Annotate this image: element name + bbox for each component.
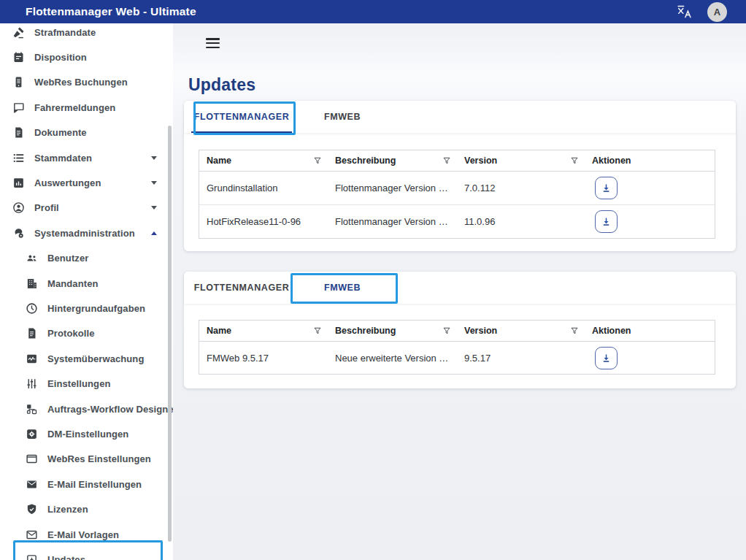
sidebar-item-einstellungen[interactable]: Einstellungen bbox=[0, 371, 173, 396]
calendar-icon bbox=[12, 51, 25, 64]
fmweb-updates-card: FLOTTENMANAGER FMWEB Name Beschreibung V… bbox=[184, 272, 736, 388]
sidebar-item-dm-einstellungen[interactable]: DM-Einstellungen bbox=[0, 421, 173, 446]
sidebar-item-label: Hintergrundaufgaben bbox=[47, 303, 145, 314]
people-icon bbox=[26, 252, 38, 264]
tab-fmweb[interactable]: FMWEB bbox=[292, 101, 393, 133]
chevron-down-icon bbox=[151, 206, 157, 210]
clock-icon bbox=[26, 302, 38, 315]
workflow-icon bbox=[26, 403, 38, 415]
sidebar-item-label: E-Mail Einstellungen bbox=[47, 479, 142, 490]
sidebar-item-label: Protokolle bbox=[47, 328, 95, 339]
chat-icon bbox=[12, 101, 25, 114]
column-header-name: Name bbox=[207, 156, 231, 166]
window-icon bbox=[26, 453, 38, 465]
column-header-beschreibung: Beschreibung bbox=[335, 326, 396, 336]
sidebar-item-label: Updates bbox=[47, 554, 85, 560]
sidebar-item-email-einstellungen[interactable]: E-Mail Einstellungen bbox=[0, 472, 173, 496]
sidebar-item-disposition[interactable]: Disposition bbox=[0, 45, 173, 69]
table-header: Name Beschreibung Version Aktionen bbox=[199, 321, 715, 342]
table-row: Grundinstallation Flottenmanager Version… bbox=[199, 172, 715, 204]
chevron-down-icon bbox=[151, 181, 157, 185]
cell-name: Grundinstallation bbox=[199, 183, 328, 193]
sidebar-item-fahrermeldungen[interactable]: Fahrermeldungen bbox=[0, 95, 173, 120]
download-box-icon bbox=[26, 553, 38, 560]
column-header-version: Version bbox=[464, 326, 497, 336]
sidebar-item-webres-buchungen[interactable]: WebRes Buchungen bbox=[0, 70, 173, 95]
sidebar-item-label: Mandanten bbox=[47, 278, 99, 289]
mail-filled-icon bbox=[26, 478, 38, 491]
sidebar-item-benutzer[interactable]: Benutzer bbox=[0, 246, 173, 271]
tune-icon bbox=[26, 377, 38, 390]
translate-icon[interactable] bbox=[677, 4, 693, 20]
sidebar-item-label: Lizenzen bbox=[47, 504, 88, 515]
column-header-aktionen: Aktionen bbox=[592, 326, 631, 336]
gear-square-icon bbox=[26, 428, 38, 440]
chevron-up-icon bbox=[151, 231, 157, 235]
sidebar-item-lizenzen[interactable]: Lizenzen bbox=[0, 496, 173, 521]
sidebar-item-label: Disposition bbox=[34, 52, 87, 63]
download-button[interactable] bbox=[595, 177, 618, 199]
building-icon bbox=[26, 277, 38, 290]
cell-beschreibung: Flottenmanager Version 7-00... bbox=[328, 183, 457, 193]
sidebar-item-label: Strafmandate bbox=[34, 27, 96, 38]
app-title: Flottenmanager Web - Ultimate bbox=[26, 5, 196, 18]
cell-version: 7.0.112 bbox=[457, 183, 585, 193]
admin-icon bbox=[12, 227, 25, 239]
chevron-down-icon bbox=[151, 156, 157, 160]
filter-icon[interactable] bbox=[570, 156, 579, 165]
document-icon bbox=[12, 126, 25, 139]
sidebar-item-profil[interactable]: Profil bbox=[0, 196, 173, 220]
filter-icon[interactable] bbox=[570, 326, 579, 335]
filter-icon[interactable] bbox=[442, 326, 451, 335]
cell-version: 9.5.17 bbox=[457, 353, 585, 364]
sidebar-item-label: Dokumente bbox=[34, 127, 87, 138]
download-button[interactable] bbox=[595, 210, 618, 233]
gavel-icon bbox=[12, 26, 25, 39]
cell-name: HotFixRelease11-0-96 bbox=[199, 216, 328, 227]
filter-icon[interactable] bbox=[313, 156, 322, 165]
sidebar-item-strafmandate[interactable]: Strafmandate bbox=[0, 23, 173, 45]
sidebar-scrollbar[interactable] bbox=[168, 126, 172, 542]
sidebar-item-label: Systemadministration bbox=[34, 228, 135, 239]
table-row: FMWeb 9.5.17 Neue erweiterte Version 9.5… bbox=[199, 342, 715, 374]
sidebar-item-auftrags-workflow-designer[interactable]: Auftrags-Workflow Designer bbox=[0, 396, 173, 421]
sidebar-item-webres-einstellungen[interactable]: WebRes Einstellungen bbox=[0, 447, 173, 472]
sidebar: Strafmandate Disposition WebRes Buchunge… bbox=[0, 23, 173, 560]
tab-flottenmanager[interactable]: FLOTTENMANAGER bbox=[191, 272, 292, 304]
topbar: Flottenmanager Web - Ultimate A bbox=[0, 0, 746, 23]
tab-fmweb[interactable]: FMWEB bbox=[292, 272, 393, 304]
tab-flottenmanager[interactable]: FLOTTENMANAGER bbox=[191, 101, 292, 133]
sidebar-item-mandanten[interactable]: Mandanten bbox=[0, 271, 173, 296]
flottenmanager-updates-card: FLOTTENMANAGER FMWEB Name Beschreibung V… bbox=[184, 101, 736, 251]
main-content: Updates FLOTTENMANAGER FMWEB Name Beschr… bbox=[173, 23, 746, 560]
sidebar-item-email-vorlagen[interactable]: E-Mail Vorlagen bbox=[0, 522, 173, 547]
sidebar-item-auswertungen[interactable]: Auswertungen bbox=[0, 170, 173, 195]
filter-icon[interactable] bbox=[442, 156, 451, 165]
sidebar-item-dokumente[interactable]: Dokumente bbox=[0, 120, 173, 145]
menu-toggle-button[interactable] bbox=[206, 38, 220, 50]
tab-bar: FLOTTENMANAGER FMWEB bbox=[184, 101, 736, 133]
sidebar-item-hintergrundaufgaben[interactable]: Hintergrundaufgaben bbox=[0, 296, 173, 321]
tab-bar: FLOTTENMANAGER FMWEB bbox=[184, 272, 736, 304]
active-tab-indicator bbox=[191, 131, 292, 134]
download-button[interactable] bbox=[595, 347, 618, 369]
sidebar-item-label: Fahrermeldungen bbox=[34, 102, 115, 113]
document-icon bbox=[26, 327, 38, 340]
sidebar-item-label: DM-Einstellungen bbox=[47, 429, 128, 440]
person-icon bbox=[12, 202, 25, 214]
updates-table: Name Beschreibung Version Aktionen FMWeb… bbox=[199, 320, 715, 375]
sidebar-item-label: E-Mail Vorlagen bbox=[47, 529, 119, 540]
shield-check-icon bbox=[26, 503, 38, 515]
sidebar-item-systemueberwachung[interactable]: Systemüberwachung bbox=[0, 346, 173, 371]
column-header-beschreibung: Beschreibung bbox=[335, 156, 396, 166]
sidebar-item-systemadministration[interactable]: Systemadministration bbox=[0, 220, 173, 245]
avatar[interactable]: A bbox=[707, 2, 727, 22]
filter-icon[interactable] bbox=[313, 326, 322, 335]
sidebar-item-updates[interactable]: Updates bbox=[0, 547, 173, 560]
sidebar-item-protokolle[interactable]: Protokolle bbox=[0, 321, 173, 346]
page-title: Updates bbox=[188, 75, 255, 95]
table-header: Name Beschreibung Version Aktionen bbox=[199, 150, 715, 172]
sidebar-item-stammdaten[interactable]: Stammdaten bbox=[0, 145, 173, 170]
active-tab-indicator bbox=[292, 302, 392, 304]
sidebar-item-label: WebRes Buchungen bbox=[34, 77, 128, 88]
